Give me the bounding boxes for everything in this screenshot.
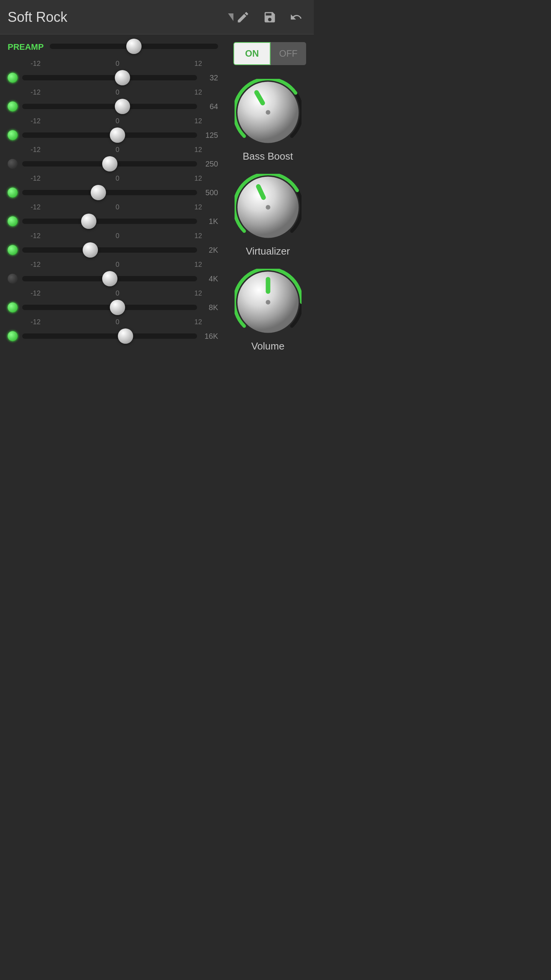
band-scale-labels-64: -12 0 12 bbox=[4, 88, 222, 96]
power-toggle[interactable]: ON OFF bbox=[233, 42, 306, 65]
band-section-250: -12 0 12 250 bbox=[4, 146, 222, 172]
scale-mid: 0 bbox=[116, 261, 119, 269]
floppy-icon bbox=[263, 10, 277, 24]
preamp-row: PREAMP bbox=[4, 42, 222, 52]
preset-title: Soft Rock bbox=[8, 9, 225, 25]
dropdown-arrow-icon[interactable] bbox=[228, 13, 233, 21]
scale-mid: 0 bbox=[116, 146, 119, 154]
knob-section-bass-boost: Bass Boost bbox=[235, 79, 302, 162]
right-panel: ON OFF Bass Boost bbox=[226, 42, 310, 364]
band-led-8K[interactable] bbox=[8, 302, 18, 312]
scale-max: 12 bbox=[194, 146, 202, 154]
band-slider-2K[interactable] bbox=[22, 247, 197, 253]
knob-svg[interactable] bbox=[235, 79, 302, 146]
toggle-on-button[interactable]: ON bbox=[233, 42, 271, 65]
scale-mid: 0 bbox=[116, 88, 119, 96]
slider-container-1K bbox=[22, 214, 197, 228]
scale-min: -12 bbox=[31, 117, 41, 125]
slider-container-4K bbox=[22, 272, 197, 286]
slider-container-250 bbox=[22, 157, 197, 171]
slider-container-16K bbox=[22, 329, 197, 343]
band-row: 4K bbox=[4, 270, 222, 287]
band-led-250[interactable] bbox=[8, 159, 18, 169]
band-freq-label: 4K bbox=[197, 274, 218, 283]
preamp-label: PREAMP bbox=[8, 42, 50, 52]
band-slider-4K[interactable] bbox=[22, 276, 197, 281]
band-section-500: -12 0 12 500 bbox=[4, 175, 222, 201]
knob-section-virtualizer: Virtualizer bbox=[235, 174, 302, 257]
band-slider-250[interactable] bbox=[22, 161, 197, 167]
scale-max: 12 bbox=[194, 232, 202, 240]
scale-mid: 0 bbox=[116, 203, 119, 211]
band-scale-labels-32: -12 0 12 bbox=[4, 60, 222, 68]
band-scale-labels-500: -12 0 12 bbox=[4, 175, 222, 183]
band-row: 1K bbox=[4, 213, 222, 230]
bands-container: -12 0 12 32 -12 0 12 64 -12 0 12 125 -12… bbox=[4, 60, 222, 345]
band-slider-64[interactable] bbox=[22, 104, 197, 109]
slider-container-64 bbox=[22, 100, 197, 113]
scale-max: 12 bbox=[194, 60, 202, 68]
slider-container-500 bbox=[22, 186, 197, 199]
undo-button[interactable] bbox=[287, 8, 306, 27]
band-slider-125[interactable] bbox=[22, 132, 197, 138]
scale-max: 12 bbox=[194, 175, 202, 183]
band-section-16K: -12 0 12 16K bbox=[4, 318, 222, 345]
band-section-64: -12 0 12 64 bbox=[4, 88, 222, 115]
preamp-slider[interactable] bbox=[50, 44, 218, 49]
save-button[interactable] bbox=[260, 8, 279, 27]
undo-icon bbox=[290, 10, 303, 24]
header-icons bbox=[233, 8, 306, 27]
scale-min: -12 bbox=[31, 60, 41, 68]
band-freq-label: 500 bbox=[197, 188, 218, 197]
slider-container-125 bbox=[22, 128, 197, 142]
band-led-1K[interactable] bbox=[8, 216, 18, 226]
band-row: 16K bbox=[4, 328, 222, 345]
band-led-64[interactable] bbox=[8, 101, 18, 111]
band-section-125: -12 0 12 125 bbox=[4, 117, 222, 144]
band-led-32[interactable] bbox=[8, 73, 18, 83]
knob-svg[interactable] bbox=[235, 174, 302, 241]
band-led-16K[interactable] bbox=[8, 331, 18, 341]
toggle-off-button[interactable]: OFF bbox=[271, 42, 306, 65]
scale-min: -12 bbox=[31, 232, 41, 240]
band-freq-label: 32 bbox=[197, 74, 218, 82]
edit-button[interactable] bbox=[233, 8, 253, 27]
svg-point-5 bbox=[266, 205, 270, 210]
scale-mid: 0 bbox=[116, 232, 119, 240]
band-slider-500[interactable] bbox=[22, 190, 197, 195]
band-scale-labels-1K: -12 0 12 bbox=[4, 203, 222, 211]
band-scale-labels-4K: -12 0 12 bbox=[4, 261, 222, 269]
band-row: 32 bbox=[4, 69, 222, 86]
band-led-500[interactable] bbox=[8, 188, 18, 198]
band-led-125[interactable] bbox=[8, 130, 18, 140]
scale-mid: 0 bbox=[116, 117, 119, 125]
band-scale-labels-2K: -12 0 12 bbox=[4, 232, 222, 240]
band-freq-label: 16K bbox=[197, 332, 218, 341]
band-led-2K[interactable] bbox=[8, 245, 18, 255]
knob-svg[interactable] bbox=[235, 269, 302, 336]
scale-mid: 0 bbox=[116, 60, 119, 68]
band-section-32: -12 0 12 32 bbox=[4, 60, 222, 86]
knob-label: Virtualizer bbox=[246, 245, 290, 257]
band-section-4K: -12 0 12 4K bbox=[4, 261, 222, 287]
band-slider-1K[interactable] bbox=[22, 219, 197, 224]
preamp-slider-container bbox=[50, 44, 218, 51]
scale-min: -12 bbox=[31, 203, 41, 211]
band-led-4K[interactable] bbox=[8, 274, 18, 284]
band-row: 8K bbox=[4, 299, 222, 316]
band-row: 64 bbox=[4, 98, 222, 115]
band-slider-8K[interactable] bbox=[22, 305, 197, 310]
scale-mid: 0 bbox=[116, 289, 119, 297]
scale-max: 12 bbox=[194, 203, 202, 211]
svg-point-8 bbox=[266, 300, 270, 305]
band-scale-labels-125: -12 0 12 bbox=[4, 117, 222, 125]
main-content: PREAMP -12 0 12 32 -12 0 12 64 -12 0 12 … bbox=[0, 34, 314, 371]
band-slider-32[interactable] bbox=[22, 75, 197, 80]
band-slider-16K[interactable] bbox=[22, 333, 197, 339]
svg-point-2 bbox=[266, 110, 270, 115]
knobs-container: Bass Boost Virtualizer bbox=[235, 79, 302, 364]
scale-max: 12 bbox=[194, 117, 202, 125]
scale-min: -12 bbox=[31, 175, 41, 183]
slider-container-32 bbox=[22, 71, 197, 85]
band-row: 2K bbox=[4, 242, 222, 258]
